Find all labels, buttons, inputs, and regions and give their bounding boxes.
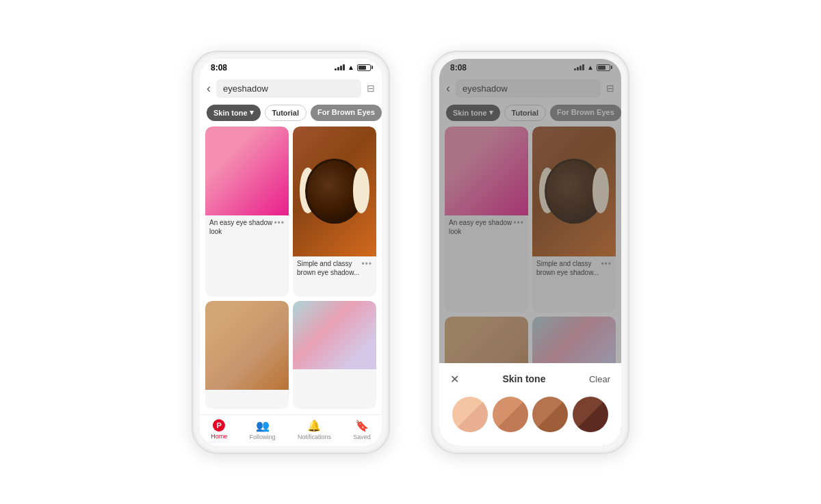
more-options-icon-1[interactable]: ••• [274,218,285,228]
filter-chips-1: Skin tone ▾ Tutorial For Brown Eyes Pale [200,102,382,127]
signal-icon [335,64,345,70]
skin-tone-light[interactable] [452,397,488,432]
nav-saved[interactable]: 🔖 Saved [353,419,371,440]
chip-skin-tone[interactable]: Skin tone ▾ [207,105,261,121]
pin-image-woman [205,127,289,215]
filter-button-1[interactable]: ⊟ [367,83,375,94]
pin-card-2[interactable]: Simple and classy brown eye shadow... ••… [293,127,376,297]
close-panel-button[interactable]: ✕ [450,373,459,386]
nav-following[interactable]: 👥 Following [250,419,276,440]
pin-caption-1: An easy eye shadow look ••• [205,215,289,237]
phone1-screen: 8:08 ▲ ‹ eyeshadow ⊟ [200,59,382,446]
skin-tone-dark[interactable] [573,397,608,432]
bell-icon: 🔔 [307,419,321,432]
pin-image-palette [293,301,376,369]
status-bar-1: 8:08 ▲ [200,59,382,75]
pin-card-3[interactable] [205,301,289,409]
more-options-icon-2[interactable]: ••• [361,259,372,269]
panel-title: Skin tone [459,373,589,384]
pin-card-4[interactable] [293,301,376,409]
status-icons-1: ▲ [335,64,371,71]
skin-tone-medium-dark[interactable] [532,397,568,432]
nav-home[interactable]: P Home [211,419,227,440]
pin-grid-1: An easy eye shadow look ••• Simple and c… [200,127,382,414]
pin-image-girl [205,301,289,390]
wifi-icon: ▲ [348,64,354,71]
home-icon: P [213,419,225,432]
skin-tone-medium-light[interactable] [493,397,528,432]
clear-button[interactable]: Clear [589,374,610,384]
search-area-1: ‹ eyeshadow ⊟ [200,75,382,102]
phone2-screen: 8:08 ▲ ‹ eyeshadow ⊟ [439,59,621,446]
pin-image-eye [293,127,376,256]
battery-icon [357,64,371,71]
phone1: 8:08 ▲ ‹ eyeshadow ⊟ [192,51,390,454]
nav-notifications[interactable]: 🔔 Notifications [298,419,331,440]
scene: 8:08 ▲ ‹ eyeshadow ⊟ [0,0,821,504]
pin-card-1[interactable]: An easy eye shadow look ••• [205,127,289,297]
skin-tones-container [450,397,610,432]
phone2: 8:08 ▲ ‹ eyeshadow ⊟ [431,51,629,454]
time-1: 8:08 [211,63,227,72]
bookmark-icon: 🔖 [355,419,369,432]
chip-tutorial[interactable]: Tutorial [265,105,307,121]
chip-brown-eyes[interactable]: For Brown Eyes [311,105,382,121]
back-button-1[interactable]: ‹ [207,81,211,96]
bottom-nav-1: P Home 👥 Following 🔔 Notifications 🔖 Sav… [200,414,382,446]
panel-header: ✕ Skin tone Clear [450,373,610,386]
search-box-1[interactable]: eyeshadow [216,79,361,98]
skin-tone-panel: ✕ Skin tone Clear [439,363,621,446]
pin-caption-2: Simple and classy brown eye shadow... ••… [293,256,376,278]
following-icon: 👥 [256,419,270,432]
chevron-down-icon: ▾ [250,108,254,117]
